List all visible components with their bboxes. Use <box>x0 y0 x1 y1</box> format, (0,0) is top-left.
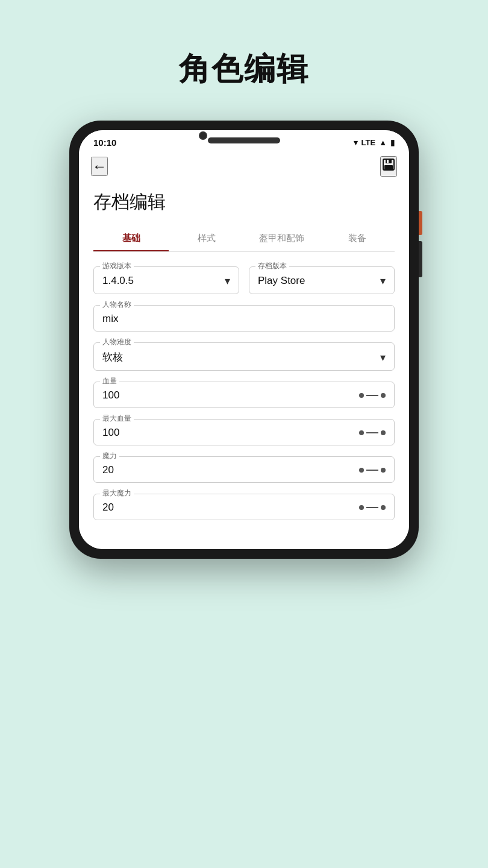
mana-label: 魔力 <box>100 451 119 461</box>
signal-icon: ▲ <box>379 138 387 147</box>
max-mana-label: 最大魔力 <box>100 488 134 498</box>
mana-value: 20 <box>102 464 386 476</box>
max-hp-stepper-icon[interactable] <box>359 430 386 435</box>
wifi-icon: ▾ <box>354 138 358 147</box>
save-version-field[interactable]: 存档版本 Play Store ▾ <box>249 266 395 294</box>
tab-basic[interactable]: 基础 <box>93 227 169 251</box>
difficulty-label: 人物难度 <box>100 337 134 347</box>
mana-stepper-icon[interactable] <box>359 468 386 473</box>
battery-icon: ▮ <box>390 138 395 147</box>
game-version-value: 1.4.0.5 ▾ <box>102 274 230 288</box>
status-icons: ▾ LTE ▲ ▮ <box>354 138 395 147</box>
lte-label: LTE <box>361 138 376 147</box>
character-name-label: 人物名称 <box>100 300 134 310</box>
save-version-dropdown-icon: ▾ <box>380 274 386 288</box>
character-name-field[interactable]: 人物名称 mix <box>93 305 395 332</box>
difficulty-value: 软核 ▾ <box>102 350 386 364</box>
tab-armor[interactable]: 盔甲和配饰 <box>244 227 319 251</box>
mana-field[interactable]: 魔力 20 <box>93 456 395 483</box>
hp-label: 血量 <box>100 376 119 386</box>
status-bar: 10:10 ▾ LTE ▲ ▮ <box>79 130 409 151</box>
game-version-label: 游戏版本 <box>100 261 134 271</box>
content-area: 存档编辑 基础 样式 盔甲和配饰 装备 游戏版本 1.4.0.5 ▾ 存档版 <box>79 190 409 549</box>
svg-rect-2 <box>384 165 393 170</box>
top-bar: ← <box>79 151 409 184</box>
max-mana-value: 20 <box>102 502 386 514</box>
save-version-value: Play Store ▾ <box>258 274 386 288</box>
hp-field[interactable]: 血量 100 <box>93 382 395 408</box>
max-hp-label: 最大血量 <box>100 414 134 424</box>
game-version-dropdown-icon: ▾ <box>225 274 230 288</box>
max-hp-row: 最大血量 100 <box>93 419 395 445</box>
difficulty-field[interactable]: 人物难度 软核 ▾ <box>93 342 395 371</box>
hp-value: 100 <box>102 389 386 401</box>
phone-side-buttons <box>419 241 422 277</box>
page-title: 角色编辑 <box>179 48 309 90</box>
phone-camera <box>199 131 207 140</box>
max-hp-field[interactable]: 最大血量 100 <box>93 419 395 445</box>
difficulty-row: 人物难度 软核 ▾ <box>93 342 395 371</box>
version-row: 游戏版本 1.4.0.5 ▾ 存档版本 Play Store ▾ <box>93 266 395 294</box>
section-title: 存档编辑 <box>93 190 395 215</box>
max-mana-stepper-icon[interactable] <box>359 505 386 510</box>
save-button[interactable] <box>380 156 397 177</box>
phone-shell: 10:10 ▾ LTE ▲ ▮ ← 存档编辑 <box>69 121 419 559</box>
max-mana-field[interactable]: 最大魔力 20 <box>93 494 395 520</box>
max-hp-value: 100 <box>102 427 386 439</box>
hp-stepper-icon[interactable] <box>359 393 386 398</box>
phone-screen: 10:10 ▾ LTE ▲ ▮ ← 存档编辑 <box>79 130 409 549</box>
tab-equipment[interactable]: 装备 <box>319 227 395 251</box>
status-time: 10:10 <box>93 137 116 148</box>
back-button[interactable]: ← <box>91 157 108 176</box>
hp-row: 血量 100 <box>93 382 395 408</box>
max-mana-row: 最大魔力 20 <box>93 494 395 520</box>
save-version-label: 存档版本 <box>255 261 289 271</box>
character-name-row: 人物名称 mix <box>93 305 395 332</box>
character-name-value: mix <box>102 313 386 325</box>
game-version-field[interactable]: 游戏版本 1.4.0.5 ▾ <box>93 266 239 294</box>
tab-style[interactable]: 样式 <box>169 227 244 251</box>
mana-row: 魔力 20 <box>93 456 395 483</box>
svg-rect-3 <box>387 160 389 163</box>
difficulty-dropdown-icon: ▾ <box>380 351 386 364</box>
tab-bar: 基础 样式 盔甲和配饰 装备 <box>93 227 395 252</box>
